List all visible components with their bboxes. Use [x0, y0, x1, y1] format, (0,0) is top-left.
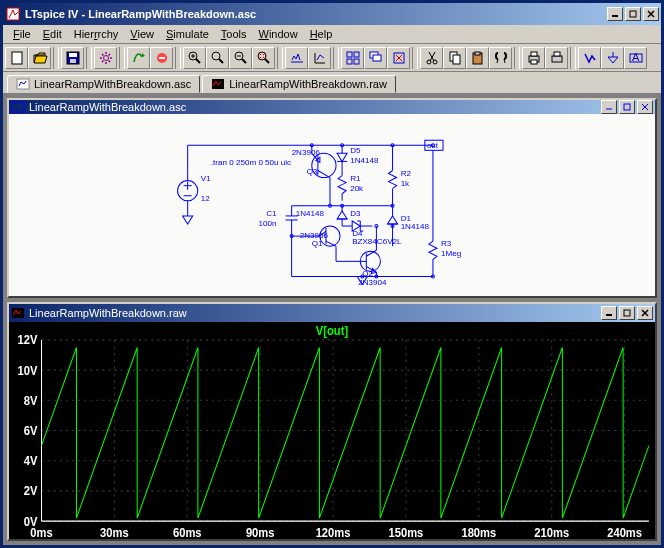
svg-text:A: A — [632, 51, 640, 63]
menu-simulate[interactable]: Simulate — [160, 26, 215, 42]
label-button[interactable]: A — [624, 47, 647, 69]
svg-text:100n: 100n — [259, 219, 277, 228]
svg-text:D3: D3 — [350, 209, 361, 218]
waveform-icon — [211, 78, 225, 90]
schematic-title: LinearRampWithBreakdown.asc — [29, 101, 186, 113]
svg-rect-31 — [453, 55, 460, 64]
svg-text:1k: 1k — [401, 179, 410, 188]
menu-hierarchy[interactable]: Hierrrchy — [68, 26, 125, 42]
schematic-window: LinearRampWithBreakdown.asc V112 — [7, 98, 657, 298]
run-button[interactable] — [127, 47, 150, 69]
svg-rect-40 — [554, 52, 560, 56]
svg-text:BZX84C6V2L: BZX84C6V2L — [352, 238, 402, 247]
svg-point-28 — [427, 60, 431, 64]
tab-asc[interactable]: LinearRampWithBreakdown.asc — [7, 75, 200, 93]
svg-text:.tran 0 250m 0 50u uic: .tran 0 250m 0 50u uic — [211, 159, 291, 168]
svg-text:12: 12 — [201, 194, 210, 203]
waveform-canvas[interactable]: 0V2V4V6V8V10V12V0ms30ms60ms90ms120ms150m… — [9, 322, 655, 539]
svg-text:R3: R3 — [441, 240, 452, 249]
svg-point-29 — [433, 60, 437, 64]
app-icon — [5, 6, 21, 22]
menubar: File Edit Hierrrchy View Simulate Tools … — [3, 25, 661, 44]
ground-button[interactable] — [601, 47, 624, 69]
draw-wire-button[interactable] — [578, 47, 601, 69]
svg-text:Q3: Q3 — [307, 167, 318, 176]
halt-button[interactable] — [150, 47, 173, 69]
cut-button[interactable] — [420, 47, 443, 69]
svg-text:4V: 4V — [24, 454, 38, 468]
save-button[interactable] — [61, 47, 84, 69]
svg-text:1N4148: 1N4148 — [350, 157, 379, 166]
svg-text:1N4148: 1N4148 — [401, 222, 430, 231]
minimize-button[interactable] — [607, 7, 623, 21]
svg-text:30ms: 30ms — [100, 525, 129, 539]
close-all-button[interactable] — [387, 47, 410, 69]
zoom-area-button[interactable] — [183, 47, 206, 69]
open-button[interactable] — [28, 47, 51, 69]
wave-minimize-button[interactable] — [601, 306, 617, 320]
autorange-button[interactable] — [285, 47, 308, 69]
maximize-button[interactable] — [625, 7, 641, 21]
svg-text:12V: 12V — [18, 333, 38, 347]
svg-rect-44 — [17, 79, 29, 89]
svg-text:180ms: 180ms — [461, 525, 496, 539]
titlebar: LTspice IV - LinearRampWithBreakdown.asc — [3, 3, 661, 25]
tab-label: LinearRampWithBreakdown.asc — [34, 78, 191, 90]
schem-minimize-button[interactable] — [601, 100, 617, 114]
svg-rect-22 — [354, 52, 359, 57]
close-button[interactable] — [643, 7, 659, 21]
app-window: LTspice IV - LinearRampWithBreakdown.asc… — [0, 0, 664, 548]
schematic-canvas[interactable]: V112 2N3906Q3 D51N4148 R120k R21k — [9, 114, 655, 296]
print-button[interactable] — [522, 47, 545, 69]
svg-text:2N3906: 2N3906 — [292, 149, 321, 158]
toolbar: A — [3, 44, 661, 72]
document-tabs: LinearRampWithBreakdown.asc LinearRampWi… — [3, 72, 661, 94]
zoom-fit-button[interactable] — [252, 47, 275, 69]
menu-window[interactable]: Window — [253, 26, 304, 42]
menu-help[interactable]: Help — [304, 26, 339, 42]
svg-rect-37 — [531, 52, 537, 56]
schematic-icon — [16, 78, 30, 90]
wave-close-button[interactable] — [637, 306, 653, 320]
svg-rect-33 — [475, 52, 480, 55]
waveform-icon — [11, 307, 25, 319]
copy-button[interactable] — [443, 47, 466, 69]
find-button[interactable] — [489, 47, 512, 69]
svg-line-15 — [219, 59, 223, 63]
waveform-title: LinearRampWithBreakdown.raw — [29, 307, 187, 319]
new-schematic-button[interactable] — [5, 47, 28, 69]
tile-button[interactable] — [341, 47, 364, 69]
zoom-out-button[interactable] — [229, 47, 252, 69]
svg-rect-2 — [630, 11, 636, 17]
svg-line-11 — [196, 59, 200, 63]
svg-text:out: out — [427, 142, 439, 151]
schem-maximize-button[interactable] — [619, 100, 635, 114]
waveform-window: LinearRampWithBreakdown.raw 0V2V4V6V8V10… — [7, 302, 657, 541]
svg-rect-3 — [12, 52, 22, 64]
svg-text:R2: R2 — [401, 169, 412, 178]
menu-file[interactable]: File — [7, 26, 37, 42]
svg-point-14 — [212, 52, 220, 60]
tab-raw[interactable]: LinearRampWithBreakdown.raw — [202, 75, 396, 93]
print-setup-button[interactable] — [545, 47, 568, 69]
menu-tools[interactable]: Tools — [215, 26, 253, 42]
svg-text:0ms: 0ms — [30, 525, 53, 539]
axes-button[interactable] — [308, 47, 331, 69]
svg-rect-38 — [531, 60, 537, 64]
cascade-button[interactable] — [364, 47, 387, 69]
pan-button[interactable] — [206, 47, 229, 69]
svg-line-20 — [265, 59, 269, 63]
schem-close-button[interactable] — [637, 100, 653, 114]
menu-view[interactable]: View — [124, 26, 160, 42]
paste-button[interactable] — [466, 47, 489, 69]
svg-text:V[out]: V[out] — [316, 324, 348, 338]
svg-rect-46 — [12, 102, 24, 112]
schematic-icon — [11, 101, 25, 113]
wave-maximize-button[interactable] — [619, 306, 635, 320]
svg-rect-24 — [354, 59, 359, 64]
control-panel-button[interactable] — [94, 47, 117, 69]
menu-edit[interactable]: Edit — [37, 26, 68, 42]
svg-text:210ms: 210ms — [534, 525, 569, 539]
svg-text:8V: 8V — [24, 393, 38, 407]
svg-text:90ms: 90ms — [246, 525, 275, 539]
